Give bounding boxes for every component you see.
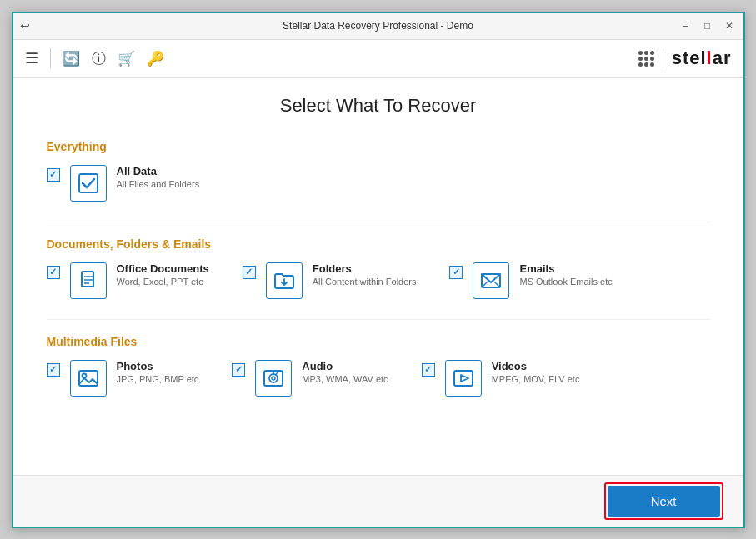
section-divider-2 (47, 319, 710, 320)
svg-rect-8 (79, 371, 98, 386)
svg-rect-1 (82, 272, 93, 287)
page-title: Select What To Recover (47, 95, 710, 117)
key-icon[interactable]: 🔑 (147, 50, 164, 67)
svg-rect-15 (454, 371, 473, 386)
folders-text: Folders All Content within Folders (313, 262, 417, 287)
videos-desc: MPEG, MOV, FLV etc (492, 374, 580, 384)
videos-icon (453, 367, 474, 389)
item-all-data: All Data All Files and Folders (47, 165, 200, 202)
grid-menu-icon[interactable] (638, 51, 654, 67)
back-icon: ↩ (20, 19, 30, 32)
app-window: ↩ Stellar Data Recovery Professional - D… (12, 12, 745, 528)
brand-divider (663, 49, 663, 67)
photos-name: Photos (117, 360, 199, 372)
emails-icon (480, 270, 502, 292)
toolbar-divider-1 (50, 48, 51, 68)
item-audio: Audio MP3, WMA, WAV etc (232, 360, 388, 397)
audio-desc: MP3, WMA, WAV etc (302, 374, 388, 384)
footer: Next (13, 475, 743, 527)
section-documents-title: Documents, Folders & Emails (47, 237, 710, 251)
history-icon[interactable]: 🔄 (63, 50, 80, 67)
audio-icon (263, 367, 284, 389)
emails-checkbox-wrap (449, 266, 463, 279)
emails-icon-box (473, 262, 509, 299)
folders-desc: All Content within Folders (313, 277, 417, 287)
section-multimedia-title: Multimedia Files (47, 335, 710, 348)
emails-desc: MS Outlook Emails etc (519, 277, 612, 287)
photos-icon-box (70, 360, 107, 397)
minimize-button[interactable]: – (678, 18, 693, 33)
item-office-documents: Office Documents Word, Excel, PPT etc (47, 262, 209, 299)
item-photos: Photos JPG, PNG, BMP etc (47, 360, 199, 397)
title-bar-center: Stellar Data Recovery Professional - Dem… (283, 20, 473, 32)
photos-checkbox[interactable] (47, 363, 60, 377)
audio-name: Audio (302, 360, 388, 372)
svg-point-9 (82, 373, 86, 377)
close-button[interactable]: ✕ (722, 18, 737, 33)
emails-text: Emails MS Outlook Emails etc (519, 262, 612, 287)
videos-text: Videos MPEG, MOV, FLV etc (492, 360, 580, 384)
folders-checkbox[interactable] (243, 266, 256, 279)
menu-icon[interactable]: ☰ (25, 49, 38, 67)
videos-icon-box (445, 360, 482, 397)
svg-point-11 (269, 374, 278, 382)
office-docs-checkbox[interactable] (47, 266, 60, 279)
svg-line-7 (494, 282, 500, 287)
videos-name: Videos (492, 360, 580, 372)
all-data-text: All Data All Files and Folders (117, 165, 200, 189)
all-data-desc: All Files and Folders (117, 179, 200, 189)
audio-text: Audio MP3, WMA, WAV etc (302, 360, 388, 384)
main-content: Select What To Recover Everything All Da… (13, 78, 743, 475)
svg-line-14 (276, 372, 278, 375)
title-bar-right[interactable]: – □ ✕ (678, 18, 737, 33)
toolbar: ☰ 🔄 ⓘ 🛒 🔑 stellar (13, 40, 743, 78)
title-bar-left: ↩ (20, 19, 30, 32)
all-data-checkbox[interactable] (47, 168, 60, 182)
office-docs-name: Office Documents (117, 262, 209, 275)
all-data-icon (78, 172, 99, 194)
office-docs-text: Office Documents Word, Excel, PPT etc (117, 262, 209, 287)
folders-icon (273, 270, 295, 292)
help-icon[interactable]: ⓘ (92, 49, 106, 68)
photos-checkbox-wrap (47, 363, 60, 377)
folders-icon-box (266, 262, 303, 299)
window-title: Stellar Data Recovery Professional - Dem… (283, 20, 473, 32)
everything-items-row: All Data All Files and Folders (47, 165, 710, 202)
photos-icon (78, 367, 99, 389)
office-docs-desc: Word, Excel, PPT etc (117, 277, 209, 287)
photos-desc: JPG, PNG, BMP etc (117, 374, 199, 384)
audio-checkbox[interactable] (232, 363, 245, 377)
next-button-wrap: Next (604, 482, 723, 520)
emails-checkbox[interactable] (449, 266, 463, 279)
folders-checkbox-wrap (243, 266, 256, 279)
audio-checkbox-wrap (232, 363, 245, 377)
folders-name: Folders (313, 262, 417, 275)
office-docs-icon (78, 270, 99, 292)
toolbar-right: stellar (638, 47, 732, 69)
audio-icon-box (255, 360, 292, 397)
item-emails: Emails MS Outlook Emails etc (449, 262, 612, 299)
toolbar-left: ☰ 🔄 ⓘ 🛒 🔑 (25, 48, 164, 68)
title-bar: ↩ Stellar Data Recovery Professional - D… (13, 13, 743, 40)
next-button[interactable]: Next (608, 486, 720, 517)
office-docs-checkbox-wrap (47, 266, 60, 279)
videos-checkbox-wrap (422, 363, 435, 377)
all-data-checkbox-wrap (47, 168, 60, 182)
section-everything-title: Everything (47, 140, 710, 153)
item-folders: Folders All Content within Folders (243, 262, 417, 299)
all-data-icon-box (70, 165, 107, 202)
emails-name: Emails (519, 262, 612, 275)
maximize-button[interactable]: □ (700, 18, 715, 33)
brand-logo: stellar (672, 47, 732, 69)
all-data-name: All Data (117, 165, 200, 177)
svg-point-12 (272, 377, 275, 380)
office-docs-icon-box (70, 262, 107, 299)
section-divider-1 (47, 222, 710, 222)
documents-items-row: Office Documents Word, Excel, PPT etc Fo… (47, 262, 710, 299)
multimedia-items-row: Photos JPG, PNG, BMP etc (47, 360, 710, 397)
videos-checkbox[interactable] (422, 363, 435, 377)
svg-marker-16 (461, 375, 468, 382)
photos-text: Photos JPG, PNG, BMP etc (117, 360, 199, 384)
cart-icon[interactable]: 🛒 (118, 50, 135, 67)
svg-line-6 (482, 282, 488, 287)
